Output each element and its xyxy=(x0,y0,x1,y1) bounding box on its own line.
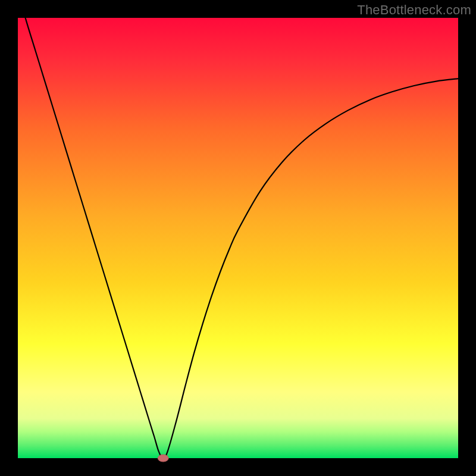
plot-background xyxy=(18,18,458,458)
chart-frame: { "watermark": "TheBottleneck.com", "col… xyxy=(0,0,476,476)
bottleneck-chart xyxy=(0,0,476,476)
watermark-text: TheBottleneck.com xyxy=(357,2,471,18)
optimum-marker xyxy=(158,455,168,462)
